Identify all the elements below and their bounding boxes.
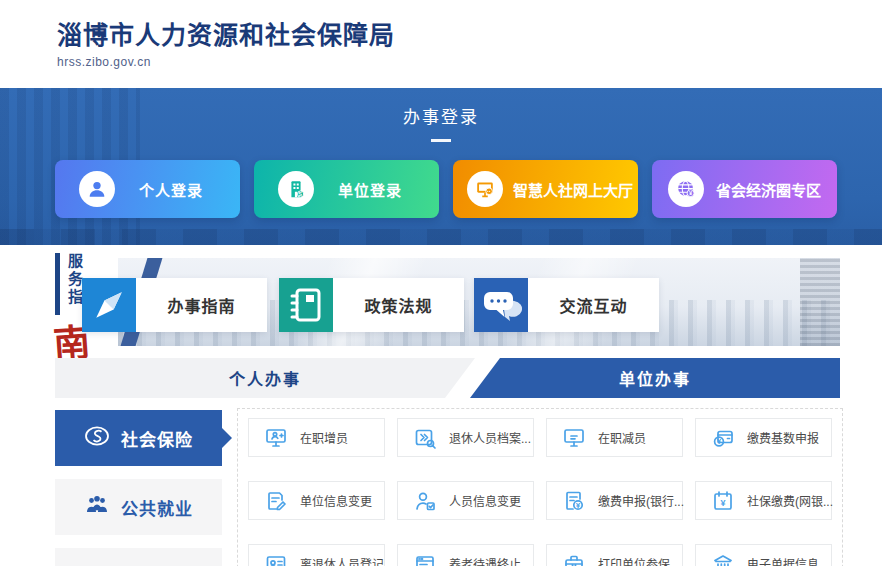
tab-unit-services[interactable]: 单位办事	[470, 358, 840, 398]
monitor-remove-icon	[562, 426, 586, 450]
service-card-label: 打印单位参保...	[598, 555, 680, 566]
service-card-print-unit-insurance[interactable]: 打印单位参保...	[546, 544, 683, 566]
bank-receipt-icon	[711, 552, 735, 566]
service-card-remove-employee[interactable]: 在职减员	[546, 418, 683, 457]
wallet-coin-icon: ¥	[711, 426, 735, 450]
economic-circle-button[interactable]: ¥ 省会经济圈专区	[652, 160, 837, 218]
vertical-label-text: 服务指	[55, 253, 85, 315]
service-card-label: 在职减员	[598, 429, 646, 446]
service-card-social-payment-ebank[interactable]: ¥ 社保缴费(网银...	[695, 481, 832, 520]
service-card-label: 离退休人员登记	[300, 555, 384, 566]
site-domain: hrss.zibo.gov.cn	[57, 55, 882, 69]
services-grid-container: 在职增员 退休人员档案... 在职减员 ¥ 缴费基数申报	[237, 408, 843, 566]
document-coin-icon: ¥	[562, 489, 586, 513]
login-banner: 办事登录 个人登录	[0, 88, 882, 245]
site-header: 淄博市人力资源和社会保障局 hrss.zibo.gov.cn	[0, 0, 882, 88]
login-buttons-row: 个人登录 S 单位登录	[55, 160, 837, 218]
guide-item-interaction[interactable]: 交流互动	[474, 278, 659, 332]
service-card-pension-termination[interactable]: 养老待遇终止	[397, 544, 534, 566]
guide-item-policies[interactable]: 政策法规	[279, 278, 464, 332]
printer-box-icon	[562, 552, 586, 566]
login-button-label: 省会经济圈专区	[716, 179, 821, 200]
globe-currency-icon: ¥	[668, 171, 704, 207]
guide-item-label: 交流互动	[528, 278, 659, 332]
service-card-label: 人员信息变更	[449, 492, 521, 509]
building-icon: S	[278, 171, 314, 207]
notebook-icon	[279, 278, 333, 332]
category-sidebar: 社会保险 公共就业 人事人才	[55, 410, 222, 566]
service-card-label: 退休人员档案...	[449, 429, 531, 446]
login-heading: 办事登录	[0, 103, 882, 128]
browser-window-icon	[413, 552, 437, 566]
svg-text:¥: ¥	[576, 500, 581, 509]
login-button-label: 智慧人社网上大厅	[513, 179, 633, 200]
service-card-label: 社保缴费(网银...	[747, 492, 833, 509]
smart-hr-hall-button[interactable]: 智慧人社网上大厅	[453, 160, 638, 218]
document-edit-icon	[264, 489, 288, 513]
service-card-label: 电子单据信息...	[747, 555, 829, 566]
services-grid: 在职增员 退休人员档案... 在职减员 ¥ 缴费基数申报	[248, 418, 832, 566]
service-card-label: 单位信息变更	[300, 492, 372, 509]
person-icon	[84, 561, 110, 566]
sidebar-item-label: 社会保险	[121, 426, 193, 451]
guide-item-label: 办事指南	[136, 278, 267, 332]
sidebar-item-public-employment[interactable]: 公共就业	[55, 479, 222, 535]
monitor-chat-icon	[467, 171, 503, 207]
personal-login-button[interactable]: 个人登录	[55, 160, 240, 218]
sidebar-item-label: 公共就业	[121, 495, 193, 520]
svg-text:¥: ¥	[720, 497, 725, 507]
guide-item-service-guide[interactable]: 办事指南	[82, 278, 267, 332]
page: 淄博市人力资源和社会保障局 hrss.zibo.gov.cn 办事登录 个人登录	[0, 0, 882, 566]
login-button-label: 单位登录	[338, 179, 402, 200]
service-card-add-employee[interactable]: 在职增员	[248, 418, 385, 457]
heading-underline	[431, 139, 451, 142]
service-card-label: 养老待遇终止	[449, 555, 521, 566]
person-edit-icon	[413, 489, 437, 513]
service-card-label: 在职增员	[300, 429, 348, 446]
service-card-retiree-archive[interactable]: 退休人员档案...	[397, 418, 534, 457]
chat-bubbles-icon	[474, 278, 528, 332]
user-icon	[79, 171, 115, 207]
compass-icon	[82, 278, 136, 332]
archive-search-icon	[413, 426, 437, 450]
guide-item-label: 政策法规	[333, 278, 464, 332]
people-group-icon	[84, 492, 110, 523]
service-card-retiree-registration[interactable]: 离退休人员登记	[248, 544, 385, 566]
tab-personal-services[interactable]: 个人办事	[55, 358, 475, 398]
service-card-payment-declare-bank[interactable]: ¥ 缴费申报(银行...	[546, 481, 683, 520]
service-guide-strip: 服务指 南 办事指南 政策法规	[0, 245, 882, 358]
calendar-yen-icon: ¥	[711, 489, 735, 513]
svg-text:¥: ¥	[717, 437, 722, 446]
social-insurance-logo-icon	[84, 423, 110, 454]
service-card-person-info-change[interactable]: 人员信息变更	[397, 481, 534, 520]
monitor-add-person-icon	[264, 426, 288, 450]
service-card-unit-info-change[interactable]: 单位信息变更	[248, 481, 385, 520]
id-card-icon	[264, 552, 288, 566]
service-card-payment-base[interactable]: ¥ 缴费基数申报	[695, 418, 832, 457]
sidebar-item-social-insurance[interactable]: 社会保险	[55, 410, 222, 466]
service-card-label: 缴费基数申报	[747, 429, 819, 446]
service-card-label: 缴费申报(银行...	[598, 492, 684, 509]
service-card-electronic-receipt[interactable]: 电子单据信息...	[695, 544, 832, 566]
services-tabs: 个人办事 单位办事	[55, 358, 840, 398]
login-button-label: 个人登录	[139, 179, 203, 200]
svg-text:S: S	[298, 191, 303, 197]
building-texture	[800, 258, 840, 346]
site-title: 淄博市人力资源和社会保障局	[57, 15, 882, 51]
unit-login-button[interactable]: S 单位登录	[254, 160, 439, 218]
sidebar-item-personnel-talent[interactable]: 人事人才	[55, 548, 222, 566]
